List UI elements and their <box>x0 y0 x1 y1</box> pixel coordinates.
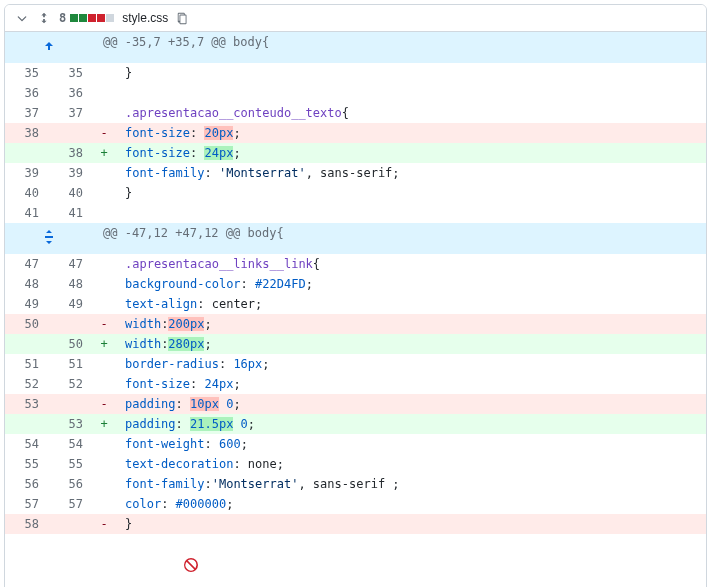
css-value: 16px <box>233 357 262 371</box>
old-ln[interactable]: 48 <box>5 274 49 294</box>
file-name[interactable]: style.css <box>122 11 168 25</box>
diffstat-add-block <box>70 14 78 22</box>
old-ln[interactable]: 35 <box>5 63 49 83</box>
css-prop: font-size <box>125 126 190 140</box>
old-ln[interactable]: 52 <box>5 374 49 394</box>
old-ln[interactable]: 36 <box>5 83 49 103</box>
code-cell: font-family: 'Montserrat', sans-serif; <box>115 163 706 183</box>
old-ln[interactable]: 53 <box>5 394 49 414</box>
new-ln[interactable]: 57 <box>49 494 93 514</box>
css-value: 'Montserrat' <box>212 477 299 491</box>
code-cell <box>115 83 706 103</box>
old-ln[interactable]: 50 <box>5 314 49 334</box>
code-cell: text-align: center; <box>115 294 706 314</box>
new-ln[interactable]: 36 <box>49 83 93 103</box>
diff-row: 39 39 font-family: 'Montserrat', sans-se… <box>5 163 706 183</box>
file-header: 8 style.css <box>5 5 706 32</box>
css-prop: width <box>125 337 161 351</box>
code-cell: font-size: 24px; <box>115 374 706 394</box>
old-ln <box>5 143 49 163</box>
code-cell: border-radius: 16px; <box>115 354 706 374</box>
brace: { <box>313 257 320 271</box>
code-cell <box>115 203 706 223</box>
diff-marker: + <box>93 334 115 354</box>
new-ln[interactable]: 41 <box>49 203 93 223</box>
css-value: 24px <box>204 146 233 160</box>
diff-row-deletion: 50 - width:200px; <box>5 314 706 334</box>
new-ln[interactable]: 54 <box>49 434 93 454</box>
diff-marker: - <box>93 123 115 143</box>
old-ln[interactable]: 39 <box>5 163 49 183</box>
old-ln[interactable]: 40 <box>5 183 49 203</box>
diff-row: 56 56 font-family:'Montserrat', sans-ser… <box>5 474 706 494</box>
diffstat-del-block <box>97 14 105 22</box>
diff-row-no-newline <box>5 534 706 587</box>
diff-row-deletion: 58 - } <box>5 514 706 534</box>
diffstat-del-block <box>88 14 96 22</box>
hunk-header: @@ -35,7 +35,7 @@ body{ <box>5 32 706 63</box>
new-ln[interactable]: 37 <box>49 103 93 123</box>
diffstat-add-block <box>79 14 87 22</box>
diff-row: 52 52 font-size: 24px; <box>5 374 706 394</box>
new-ln[interactable]: 53 <box>49 414 93 434</box>
code-cell: .apresentacao__conteudo__texto{ <box>115 103 706 123</box>
old-ln[interactable]: 54 <box>5 434 49 454</box>
css-prop: color <box>125 497 161 511</box>
new-ln[interactable]: 55 <box>49 454 93 474</box>
expand-all-icon[interactable] <box>37 11 51 25</box>
new-ln[interactable]: 49 <box>49 294 93 314</box>
copy-icon[interactable] <box>176 11 190 25</box>
css-prop: padding <box>125 397 176 411</box>
new-ln[interactable]: 35 <box>49 63 93 83</box>
old-ln[interactable]: 49 <box>5 294 49 314</box>
old-ln[interactable]: 57 <box>5 494 49 514</box>
old-ln[interactable]: 51 <box>5 354 49 374</box>
diff-row: 49 49 text-align: center; <box>5 294 706 314</box>
code-cell: width:200px; <box>115 314 706 334</box>
diffstat: 8 <box>59 11 114 25</box>
diff-row: 51 51 border-radius: 16px; <box>5 354 706 374</box>
code-cell: } <box>115 183 706 203</box>
new-ln[interactable]: 40 <box>49 183 93 203</box>
diff-row: 55 55 text-decoration: none; <box>5 454 706 474</box>
old-ln[interactable]: 55 <box>5 454 49 474</box>
diff-row-deletion: 38 - font-size: 20px; <box>5 123 706 143</box>
old-ln[interactable]: 38 <box>5 123 49 143</box>
new-ln[interactable]: 48 <box>49 274 93 294</box>
css-value: 24px <box>204 377 233 391</box>
diff-row: 35 35 } <box>5 63 706 83</box>
diff-row-addition: 53 + padding: 21.5px 0; <box>5 414 706 434</box>
css-value: #000000 <box>176 497 227 511</box>
new-ln[interactable]: 56 <box>49 474 93 494</box>
new-ln[interactable]: 47 <box>49 254 93 274</box>
new-ln[interactable]: 50 <box>49 334 93 354</box>
code-cell: padding: 10px 0; <box>115 394 706 414</box>
diff-marker: - <box>93 394 115 414</box>
code-cell: width:280px; <box>115 334 706 354</box>
new-ln[interactable]: 52 <box>49 374 93 394</box>
css-prop: padding <box>125 417 176 431</box>
diff-row-addition: 38 + font-size: 24px; <box>5 143 706 163</box>
diff-row: 48 48 background-color: #22D4FD; <box>5 274 706 294</box>
old-ln[interactable]: 56 <box>5 474 49 494</box>
brace: { <box>342 106 349 120</box>
code-cell: padding: 21.5px 0; <box>115 414 706 434</box>
chevron-down-icon[interactable] <box>15 11 29 25</box>
old-ln[interactable]: 37 <box>5 103 49 123</box>
css-value: 200px <box>168 317 204 331</box>
css-value: 21.5px <box>190 417 233 431</box>
new-ln[interactable]: 51 <box>49 354 93 374</box>
expand-both-icon[interactable] <box>38 226 60 248</box>
old-ln[interactable]: 58 <box>5 514 49 534</box>
diff-marker: - <box>93 514 115 534</box>
css-value: center <box>212 297 255 311</box>
old-ln[interactable]: 41 <box>5 203 49 223</box>
new-ln[interactable]: 39 <box>49 163 93 183</box>
expand-up-icon[interactable] <box>38 35 60 57</box>
new-ln[interactable]: 38 <box>49 143 93 163</box>
code-cell <box>115 534 706 587</box>
css-prop: font-size <box>125 377 190 391</box>
selector: .apresentacao__links__link <box>125 257 313 271</box>
css-value: 20px <box>204 126 233 140</box>
old-ln[interactable]: 47 <box>5 254 49 274</box>
